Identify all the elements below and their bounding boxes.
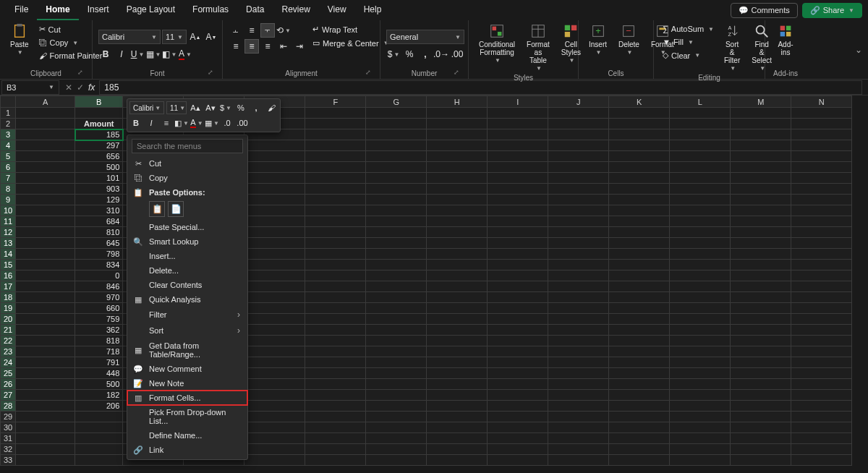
- cell-B5[interactable]: 656: [75, 151, 123, 162]
- cell-I9[interactable]: [488, 195, 548, 205]
- cell-K32[interactable]: [609, 444, 670, 455]
- cell-L32[interactable]: [670, 444, 731, 455]
- cell-F18[interactable]: [305, 292, 366, 303]
- cell-H30[interactable]: [427, 422, 488, 433]
- mini-comma[interactable]: ,: [250, 101, 263, 114]
- cell-M2[interactable]: [731, 119, 791, 129]
- cell-N29[interactable]: [791, 412, 852, 422]
- cell-I14[interactable]: [488, 249, 548, 260]
- tab-home[interactable]: Home: [37, 0, 78, 20]
- cell-L24[interactable]: [670, 357, 731, 368]
- ctx-link[interactable]: 🔗Link: [127, 443, 247, 457]
- cell-F7[interactable]: [305, 173, 366, 184]
- italic-button[interactable]: I: [114, 47, 129, 61]
- cell-N16[interactable]: [791, 270, 852, 281]
- cell-J16[interactable]: [548, 270, 609, 281]
- cell-K6[interactable]: [609, 162, 670, 173]
- cell-F15[interactable]: [305, 260, 366, 270]
- cell-E23[interactable]: [244, 346, 305, 357]
- row-header-16[interactable]: 16: [1, 270, 16, 281]
- cell-I30[interactable]: [488, 422, 548, 433]
- cell-J17[interactable]: [548, 281, 609, 292]
- row-header-15[interactable]: 15: [1, 260, 16, 270]
- cell-H18[interactable]: [427, 292, 488, 303]
- cell-F1[interactable]: [305, 108, 366, 119]
- cell-J14[interactable]: [548, 249, 609, 260]
- cell-N14[interactable]: [791, 249, 852, 260]
- cell-M3[interactable]: [731, 129, 791, 140]
- cell-M7[interactable]: [731, 173, 791, 184]
- cell-H16[interactable]: [427, 270, 488, 281]
- cell-F22[interactable]: [305, 336, 366, 346]
- cell-L9[interactable]: [670, 195, 731, 205]
- cell-H8[interactable]: [427, 184, 488, 195]
- cell-N31[interactable]: [791, 433, 852, 444]
- cell-N8[interactable]: [791, 184, 852, 195]
- cell-M32[interactable]: [731, 444, 791, 455]
- cell-K21[interactable]: [609, 325, 670, 336]
- share-button[interactable]: 🔗 Share ▼: [802, 3, 862, 18]
- cell-L27[interactable]: [670, 390, 731, 401]
- autosum-button[interactable]: ∑AutoSum ▼: [660, 23, 717, 35]
- clear-button[interactable]: ◇Clear ▼: [660, 49, 717, 61]
- cell-E29[interactable]: [244, 412, 305, 422]
- cell-F17[interactable]: [305, 281, 366, 292]
- cell-E24[interactable]: [244, 357, 305, 368]
- mini-size-combo[interactable]: 11▼: [166, 101, 187, 114]
- cell-H14[interactable]: [427, 249, 488, 260]
- cell-A22[interactable]: [16, 336, 75, 346]
- cell-N9[interactable]: [791, 195, 852, 205]
- sort-filter-button[interactable]: AZSort & Filter▼: [720, 23, 744, 72]
- cell-G4[interactable]: [366, 140, 427, 151]
- cell-I24[interactable]: [488, 357, 548, 368]
- cell-H1[interactable]: [427, 108, 488, 119]
- cell-B32[interactable]: [75, 444, 123, 455]
- cell-G7[interactable]: [366, 173, 427, 184]
- comma-button[interactable]: ,: [418, 47, 433, 61]
- cell-K16[interactable]: [609, 270, 670, 281]
- ribbon-collapse-button[interactable]: ⌄: [855, 45, 862, 55]
- cell-N1[interactable]: [791, 108, 852, 119]
- cell-M8[interactable]: [731, 184, 791, 195]
- cell-K31[interactable]: [609, 433, 670, 444]
- conditional-formatting-button[interactable]: Conditional Formatting▼: [475, 23, 519, 64]
- cell-M24[interactable]: [731, 357, 791, 368]
- cell-L26[interactable]: [670, 379, 731, 390]
- cell-I20[interactable]: [488, 314, 548, 325]
- cell-L10[interactable]: [670, 205, 731, 216]
- cell-A16[interactable]: [16, 270, 75, 281]
- cell-B12[interactable]: 810: [75, 227, 123, 238]
- cell-A31[interactable]: [16, 433, 75, 444]
- cell-K33[interactable]: [609, 455, 670, 466]
- cell-H33[interactable]: [427, 455, 488, 466]
- cell-N20[interactable]: [791, 314, 852, 325]
- cell-M10[interactable]: [731, 205, 791, 216]
- cell-G16[interactable]: [366, 270, 427, 281]
- cell-N11[interactable]: [791, 216, 852, 227]
- cell-H5[interactable]: [427, 151, 488, 162]
- cell-N13[interactable]: [791, 238, 852, 249]
- ctx-copy[interactable]: ⿻Copy: [127, 171, 247, 185]
- row-header-30[interactable]: 30: [1, 422, 16, 433]
- cell-J18[interactable]: [548, 292, 609, 303]
- align-center-button[interactable]: ≡: [244, 39, 259, 54]
- col-header-G[interactable]: G: [366, 96, 427, 108]
- cell-J9[interactable]: [548, 195, 609, 205]
- cell-I17[interactable]: [488, 281, 548, 292]
- ctx-delete[interactable]: Delete...: [127, 263, 247, 278]
- enter-formula-icon[interactable]: ✓: [77, 82, 84, 93]
- cell-L22[interactable]: [670, 336, 731, 346]
- cell-J21[interactable]: [548, 325, 609, 336]
- cell-B2[interactable]: Amount: [75, 119, 123, 129]
- cell-K10[interactable]: [609, 205, 670, 216]
- cell-A10[interactable]: [16, 205, 75, 216]
- cell-E32[interactable]: [244, 444, 305, 455]
- cell-A3[interactable]: [16, 129, 75, 140]
- cell-M1[interactable]: [731, 108, 791, 119]
- cell-N12[interactable]: [791, 227, 852, 238]
- cell-M26[interactable]: [731, 379, 791, 390]
- cell-I13[interactable]: [488, 238, 548, 249]
- ctx-define-name[interactable]: Define Name...: [127, 428, 247, 443]
- fill-button[interactable]: ▼Fill ▼: [660, 36, 717, 48]
- cell-B16[interactable]: 0: [75, 270, 123, 281]
